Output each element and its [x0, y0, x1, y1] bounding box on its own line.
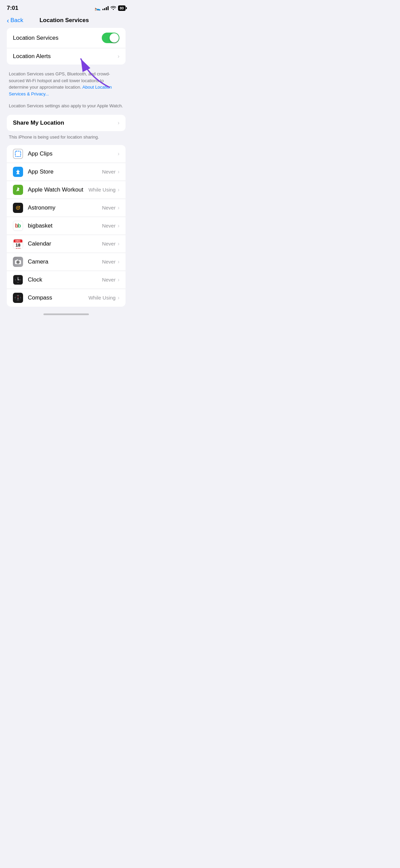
location-description: Location Services uses GPS, Bluetooth, a… [7, 67, 126, 103]
apple-watch-description: Location Services settings also apply to… [7, 103, 126, 115]
svg-point-2 [17, 187, 19, 189]
calendar-status: Never [102, 241, 116, 247]
location-alerts-row[interactable]: Location Alerts › [7, 48, 126, 65]
aw-workout-label: Apple Watch Workout [28, 186, 89, 193]
location-alerts-label: Location Alerts [13, 53, 51, 60]
status-icons: 🛌 80 [95, 5, 126, 11]
app-clips-chevron: › [118, 151, 119, 157]
main-content: Location Services Location Alerts › Loca… [0, 28, 132, 307]
location-services-toggle-row[interactable]: Location Services [7, 28, 126, 48]
list-item[interactable]: DEC 18 Calendar Never › [7, 235, 126, 253]
battery-level: 80 [120, 6, 124, 10]
app-clips-icon [13, 149, 23, 159]
bigbasket-icon: b b [13, 221, 23, 231]
app-store-icon [13, 167, 23, 177]
camera-label: Camera [28, 258, 102, 265]
chevron-right-icon: › [118, 53, 119, 59]
app-store-chevron: › [118, 169, 119, 175]
signal-icon [102, 6, 109, 10]
svg-point-6 [19, 206, 20, 207]
camera-icon [13, 257, 23, 267]
page-title: Location Services [23, 17, 105, 24]
list-item[interactable]: Camera Never › [7, 253, 126, 271]
bigbasket-status: Never [102, 223, 116, 229]
svg-text:E: E [20, 297, 21, 299]
camera-status: Never [102, 259, 116, 265]
battery-icon: 80 [118, 5, 126, 11]
location-services-label: Location Services [13, 35, 58, 41]
share-chevron-icon: › [118, 120, 119, 126]
compass-label: Compass [28, 294, 89, 301]
share-my-location-card: Share My Location › [7, 115, 126, 131]
list-item[interactable]: Apple Watch Workout While Using › [7, 181, 126, 199]
aw-workout-icon [13, 185, 23, 195]
clock-icon [13, 275, 23, 285]
calendar-icon: DEC 18 [13, 239, 23, 249]
compass-status: While Using [89, 295, 116, 301]
location-services-toggle[interactable] [102, 33, 119, 43]
status-time: 7:01 [7, 5, 18, 12]
aw-workout-chevron: › [118, 187, 119, 193]
toggle-knob [110, 33, 119, 42]
svg-point-15 [18, 279, 18, 280]
list-item[interactable]: b b bigbasket Never › [7, 217, 126, 235]
clock-chevron: › [118, 277, 119, 283]
app-store-status: Never [102, 169, 116, 175]
app-clips-label: App Clips [28, 150, 118, 157]
list-item[interactable]: App Clips › [7, 145, 126, 163]
back-chevron-icon: ‹ [7, 17, 9, 24]
svg-point-9 [17, 261, 19, 263]
location-services-card: Location Services Location Alerts › [7, 28, 126, 65]
astronomy-chevron: › [118, 205, 119, 211]
app-list: App Clips › App Store Never › [7, 145, 126, 307]
astronomy-label: Astronomy [28, 204, 102, 211]
share-my-location-subtitle: This iPhone is being used for location s… [7, 132, 126, 145]
status-bar: 7:01 🛌 80 [0, 0, 132, 14]
navigation-bar: ‹ Back Location Services [0, 14, 132, 28]
wifi-icon [111, 5, 116, 11]
list-item[interactable]: App Store Never › [7, 163, 126, 181]
list-item[interactable]: Clock Never › [7, 271, 126, 289]
list-item[interactable]: Astronomy Never › [7, 199, 126, 217]
home-bar [0, 309, 132, 318]
svg-point-5 [17, 207, 19, 209]
back-label: Back [11, 17, 23, 24]
location-alerts-right: › [118, 53, 119, 59]
home-indicator [43, 313, 89, 315]
aw-workout-status: While Using [89, 187, 116, 193]
share-my-location-row[interactable]: Share My Location › [7, 115, 126, 131]
calendar-chevron: › [118, 241, 119, 247]
app-store-label: App Store [28, 168, 102, 175]
list-item[interactable]: N E S W Compass While Using › [7, 289, 126, 307]
svg-rect-10 [17, 259, 18, 260]
svg-rect-0 [15, 151, 21, 157]
clock-status: Never [102, 277, 116, 283]
astronomy-status: Never [102, 205, 116, 211]
bigbasket-label: bigbasket [28, 222, 102, 229]
bigbasket-chevron: › [118, 223, 119, 229]
sleep-icon: 🛌 [95, 5, 100, 11]
astronomy-icon [13, 203, 23, 213]
compass-icon: N E S W [13, 293, 23, 303]
back-button[interactable]: ‹ Back [7, 17, 23, 24]
calendar-label: Calendar [28, 240, 102, 247]
camera-chevron: › [118, 259, 119, 265]
share-my-location-right: › [118, 120, 119, 126]
compass-chevron: › [118, 295, 119, 301]
svg-point-30 [18, 297, 18, 298]
apple-watch-desc-text: Location Services settings also apply to… [9, 103, 123, 108]
share-my-location-label: Share My Location [13, 120, 64, 126]
clock-label: Clock [28, 276, 102, 283]
